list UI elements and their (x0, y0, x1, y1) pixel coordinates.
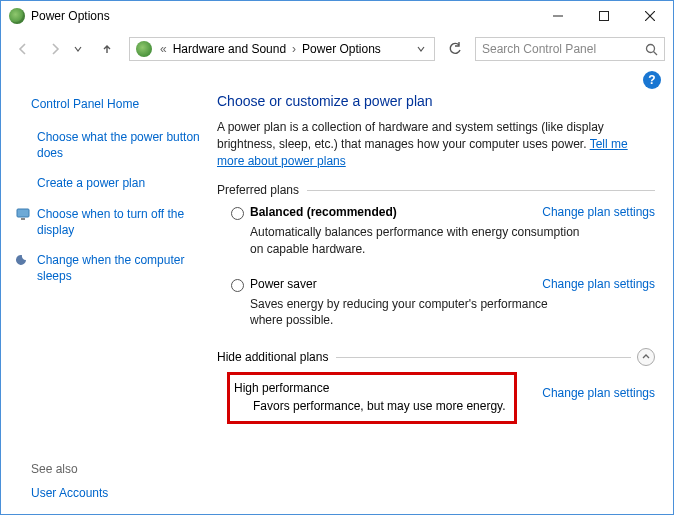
chevron-right-icon: › (288, 42, 300, 56)
change-settings-balanced[interactable]: Change plan settings (542, 205, 655, 219)
breadcrumb-hardware-sound[interactable]: Hardware and Sound (171, 40, 288, 58)
titlebar: Power Options (1, 1, 673, 31)
power-options-window: Power Options « Hardware and Sound › Pow… (0, 0, 674, 515)
highlight-box: High performance Favors performance, but… (227, 372, 517, 424)
sidebar-link-turn-off-display[interactable]: Choose when to turn off the display (15, 206, 203, 238)
minimize-button[interactable] (535, 1, 581, 31)
control-panel-icon (136, 41, 152, 57)
forward-button[interactable] (41, 35, 69, 63)
page-description: A power plan is a collection of hardware… (217, 119, 655, 169)
svg-rect-7 (21, 218, 25, 220)
see-also: See also User Accounts (31, 462, 108, 500)
power-options-icon (9, 8, 25, 24)
main-panel: Choose or customize a power plan A power… (211, 77, 673, 514)
plan-name-power-saver[interactable]: Power saver (250, 277, 317, 291)
sidebar-link-computer-sleeps[interactable]: Change when the computer sleeps (15, 252, 203, 284)
search-box[interactable] (475, 37, 665, 61)
maximize-button[interactable] (581, 1, 627, 31)
see-also-header: See also (31, 462, 108, 476)
plan-balanced: Balanced (recommended) Change plan setti… (217, 199, 655, 270)
svg-rect-6 (17, 209, 29, 217)
search-icon[interactable] (645, 43, 658, 56)
breadcrumb-power-options[interactable]: Power Options (300, 40, 383, 58)
window-buttons (535, 1, 673, 31)
breadcrumb-dropdown[interactable] (410, 44, 432, 54)
change-settings-high-perf[interactable]: Change plan settings (542, 386, 655, 400)
sidebar: Control Panel Home Choose what the power… (1, 77, 211, 514)
breadcrumb[interactable]: « Hardware and Sound › Power Options (129, 37, 435, 61)
additional-plans: Change plan settings High performance Fa… (217, 372, 655, 424)
preferred-plans-header: Preferred plans (217, 183, 655, 197)
plan-desc-balanced: Automatically balances performance with … (250, 224, 580, 256)
plan-desc-high-performance: Favors performance, but may use more ene… (253, 399, 508, 413)
back-button[interactable] (9, 35, 37, 63)
up-button[interactable] (93, 35, 121, 63)
display-icon (15, 206, 31, 222)
hide-additional-plans-header: Hide additional plans (217, 348, 655, 366)
control-panel-home-link[interactable]: Control Panel Home (31, 97, 203, 111)
sidebar-link-create-plan[interactable]: Create a power plan (15, 175, 203, 191)
window-title: Power Options (31, 9, 535, 23)
user-accounts-link[interactable]: User Accounts (31, 486, 108, 500)
sidebar-link-power-button[interactable]: Choose what the power button does (15, 129, 203, 161)
toolbar: « Hardware and Sound › Power Options (1, 31, 673, 67)
plan-name-high-performance[interactable]: High performance (234, 381, 329, 395)
help-button[interactable]: ? (643, 71, 661, 89)
content: Control Panel Home Choose what the power… (1, 67, 673, 514)
page-title: Choose or customize a power plan (217, 93, 655, 109)
change-settings-power-saver[interactable]: Change plan settings (542, 277, 655, 291)
close-button[interactable] (627, 1, 673, 31)
svg-point-4 (647, 44, 655, 52)
plan-power-saver: Power saver Change plan settings Saves e… (217, 271, 655, 342)
search-input[interactable] (482, 42, 645, 56)
plan-name-balanced[interactable]: Balanced (recommended) (250, 205, 397, 219)
refresh-button[interactable] (443, 37, 467, 61)
collapse-button[interactable] (637, 348, 655, 366)
radio-balanced[interactable] (231, 207, 244, 220)
recent-locations-button[interactable] (73, 44, 89, 54)
plan-desc-power-saver: Saves energy by reducing your computer's… (250, 296, 580, 328)
svg-line-5 (654, 51, 658, 55)
svg-rect-1 (600, 12, 609, 21)
radio-power-saver[interactable] (231, 279, 244, 292)
chevron-right-icon[interactable]: « (156, 42, 171, 56)
sleep-icon (15, 252, 31, 268)
